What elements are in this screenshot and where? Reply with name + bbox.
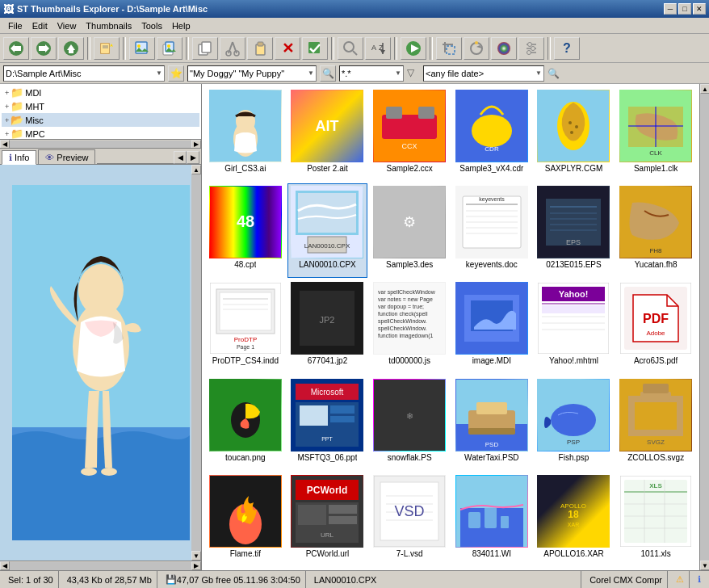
svg-point-52: [78, 264, 124, 316]
toolbar: ✕ AZ ?: [0, 34, 709, 63]
thumb-watertaxi[interactable]: PSD WaterTaxi.PSD: [451, 376, 532, 471]
tree-item-mdi[interactable]: + 📁 MDI: [2, 86, 199, 99]
preview-scroll-right[interactable]: ▶: [191, 561, 201, 570]
minimize-button[interactable]: ─: [664, 3, 677, 15]
star-button[interactable]: ⭐: [168, 65, 184, 82]
thumb-48cpt[interactable]: 48 48.cpt: [205, 183, 286, 278]
thumb-imagemdi[interactable]: image.MDI: [451, 279, 532, 374]
preview-scroll-up[interactable]: ▲: [191, 165, 201, 174]
favorites-button[interactable]: [94, 37, 120, 60]
app-icon: 🖼: [3, 3, 14, 15]
thumb-acro6js[interactable]: PDFAdobe Acro6JS.pdf: [615, 279, 696, 374]
close-button[interactable]: ✕: [693, 3, 706, 15]
select-button[interactable]: [302, 37, 328, 60]
thumb-label-pcworld: PCWorld.url: [306, 549, 350, 558]
svg-rect-152: [300, 405, 328, 426]
thumb-apollo16[interactable]: APOLLO18XAR APOLLO16.XAR: [534, 472, 615, 567]
maximize-button[interactable]: □: [678, 3, 691, 15]
tree-item-mht[interactable]: + 📁 MHT: [2, 99, 199, 113]
tree-h-scrollbar[interactable]: ◀ ▶: [0, 139, 201, 149]
cut-button[interactable]: [220, 37, 245, 60]
thumb-fish[interactable]: PSP Fish.psp: [534, 376, 615, 471]
thumb-label-toucan: toucan.png: [225, 453, 266, 462]
thumb-pcworld[interactable]: PCWorldURL PCWorld.url: [287, 472, 368, 567]
color-button[interactable]: [491, 37, 517, 60]
thumb-flame[interactable]: Flame.tif: [205, 472, 286, 567]
thumb-prodtp[interactable]: ProDTPPage 1 ProDTP_CS4.indd: [205, 279, 286, 374]
thumb-sample2[interactable]: CCX Sample2.ccx: [369, 87, 450, 182]
status-info[interactable]: ℹ: [693, 571, 706, 588]
up-button[interactable]: [58, 37, 84, 60]
separator-5: [394, 37, 397, 60]
svg-point-66: [472, 115, 512, 147]
search-small-button[interactable]: 🔍: [320, 65, 336, 82]
pattern-arrow-icon: ▼: [395, 69, 401, 77]
svg-point-71: [575, 125, 578, 128]
forward-button[interactable]: [31, 37, 57, 60]
filter-combo[interactable]: "My Doggy" "My Puppy" ▼: [187, 65, 317, 82]
thumb-msftq3[interactable]: MicrosoftPPT MSFTQ3_06.ppt: [287, 376, 368, 471]
thumb-7l[interactable]: VSD 7-L.vsd: [369, 472, 450, 567]
status-warn[interactable]: ⚠: [671, 571, 690, 588]
thumb-834011[interactable]: 834011.WI: [451, 472, 532, 567]
menu-help[interactable]: Help: [167, 19, 195, 32]
menu-view[interactable]: View: [52, 19, 82, 32]
date-combo[interactable]: <any file date> ▼: [423, 65, 544, 82]
back-button[interactable]: [3, 37, 29, 60]
thumb-lan00010[interactable]: LAN00010.CPX LAN00010.CPX: [287, 183, 368, 278]
play-button[interactable]: [401, 37, 426, 60]
thumb-toucan[interactable]: toucan.png: [205, 376, 286, 471]
thumb-scroll-down[interactable]: ▼: [700, 561, 709, 570]
menu-tools[interactable]: Tools: [136, 19, 167, 32]
thumb-zcollos[interactable]: SVGZ ZCOLLOS.svgz: [615, 376, 696, 471]
thumb-0213e015[interactable]: EPS 0213E015.EPS: [534, 183, 615, 278]
tab-info[interactable]: ℹ Info: [2, 150, 36, 165]
thumb-sample1[interactable]: CLK Sample1.clk: [615, 87, 696, 182]
panel-prev-button[interactable]: ◀: [174, 151, 187, 164]
thumb-1011xls[interactable]: XLS 1011.xls: [615, 472, 696, 567]
thumb-poster2[interactable]: AIT Poster 2.ait: [287, 87, 368, 182]
preview-v-scrollbar[interactable]: ▲ ▼: [191, 165, 201, 561]
menu-file[interactable]: File: [3, 19, 27, 32]
search-button[interactable]: [338, 37, 363, 60]
menu-edit[interactable]: Edit: [27, 19, 52, 32]
tree-item-mpc[interactable]: + 📁 MPC: [2, 127, 199, 139]
thumb-yucatan[interactable]: FH8 Yucatan.fh8: [615, 183, 696, 278]
thumb-label-yucatan: Yucatan.fh8: [635, 260, 678, 269]
rotate-button[interactable]: [464, 37, 489, 60]
sort-button[interactable]: AZ: [365, 37, 391, 60]
thumb-keyevents[interactable]: keyevents keyevents.doc: [451, 183, 532, 278]
path-combo[interactable]: D:\Sample Art\Misc ▼: [3, 65, 165, 82]
thumb-sample3[interactable]: CDR Sample3_vX4.cdr: [451, 87, 532, 182]
thumb-677041[interactable]: JP2 677041.jp2: [287, 279, 368, 374]
date-search-icon[interactable]: 🔍: [547, 68, 559, 79]
tree-label-misc: Misc: [25, 116, 44, 125]
funnel-icon[interactable]: ▽: [407, 67, 420, 80]
thumb-v-scrollbar[interactable]: ▲ ▼: [699, 84, 709, 570]
adjust-button[interactable]: [518, 37, 544, 60]
pattern-combo[interactable]: *.* ▼: [339, 65, 404, 82]
menu-thumbnails[interactable]: Thumbnails: [81, 19, 136, 32]
copy-image-button[interactable]: [129, 37, 155, 60]
thumb-saxplyr[interactable]: SAXPLYR.CGM: [534, 87, 615, 182]
tree-scroll-left[interactable]: ◀: [0, 140, 10, 149]
thumb-scroll-up[interactable]: ▲: [700, 84, 709, 94]
tree-scroll-right[interactable]: ▶: [191, 140, 201, 149]
thumb-td000000[interactable]: var spellCheckWindowvar notes = new Page…: [369, 279, 450, 374]
help-button[interactable]: ?: [554, 37, 580, 60]
tree-item-misc[interactable]: + 📂 Misc: [2, 113, 199, 127]
crop-button[interactable]: [436, 37, 462, 60]
copy-button[interactable]: [192, 37, 218, 60]
paste-button[interactable]: [247, 37, 273, 60]
thumb-yahoo[interactable]: Yahoo! Yahoo!.mhtml: [534, 279, 615, 374]
preview-scroll-down[interactable]: ▼: [191, 551, 201, 561]
delete-button[interactable]: ✕: [275, 37, 300, 60]
thumb-snowflak[interactable]: ❄ snowflak.PS: [369, 376, 450, 471]
tab-preview[interactable]: 👁 Preview: [38, 149, 95, 164]
panel-next-button[interactable]: ▶: [187, 151, 199, 164]
paste-image-button[interactable]: [157, 37, 182, 60]
thumb-sample3des[interactable]: ⚙ Sample3.des: [369, 183, 450, 278]
preview-h-scrollbar[interactable]: ◀ ▶: [0, 561, 201, 570]
thumb-girl-cs3[interactable]: Girl_CS3.ai: [205, 87, 286, 182]
preview-scroll-left[interactable]: ◀: [0, 561, 10, 570]
